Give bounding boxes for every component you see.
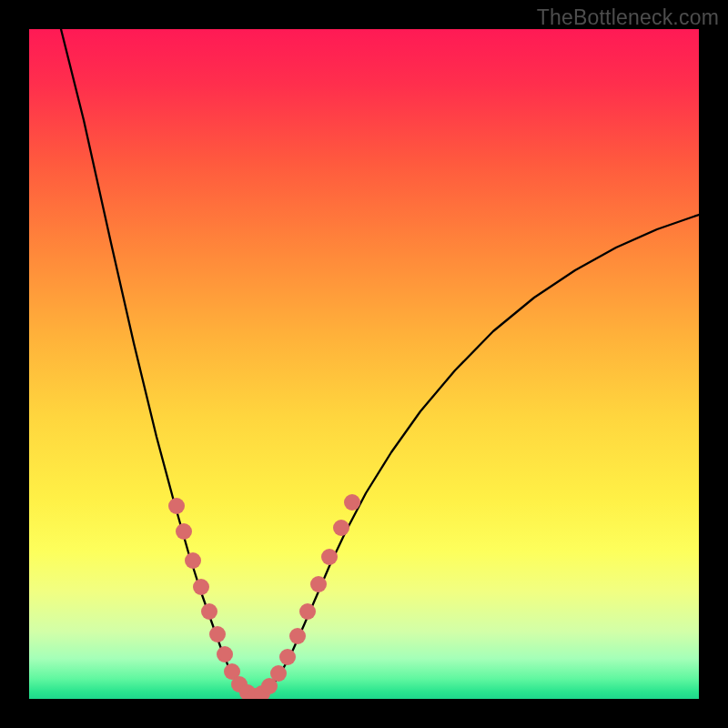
curve-left-branch (61, 29, 255, 697)
data-point (279, 649, 296, 665)
data-point (299, 603, 316, 620)
data-point (333, 520, 349, 536)
curve-right-branch (255, 215, 699, 697)
chart-frame: TheBottleneck.com (0, 0, 728, 728)
data-point (209, 626, 226, 642)
data-point (289, 628, 306, 644)
data-point (168, 498, 185, 514)
scatter-dots (168, 494, 360, 699)
data-point (185, 552, 201, 569)
plot-area (29, 29, 699, 699)
data-point (270, 665, 287, 682)
data-point (176, 523, 192, 540)
data-point (344, 494, 360, 511)
data-point (217, 646, 233, 662)
data-point (193, 579, 209, 595)
chart-svg (29, 29, 699, 699)
data-point (310, 576, 327, 592)
data-point (201, 603, 217, 620)
watermark-text: TheBottleneck.com (537, 5, 719, 30)
data-point (321, 549, 338, 565)
